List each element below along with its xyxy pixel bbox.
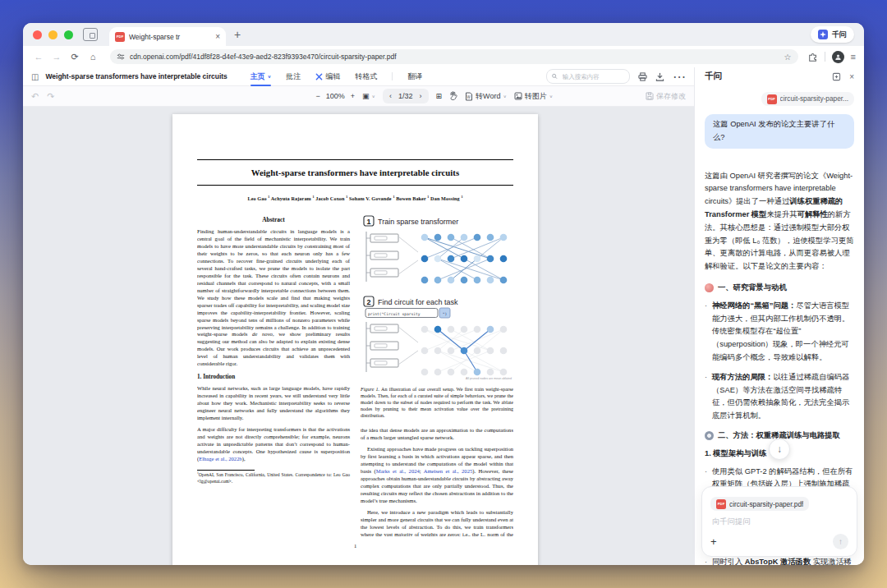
qianwen-logo-icon (818, 30, 828, 39)
maximize-window-button[interactable] (64, 30, 73, 39)
profile-avatar[interactable] (832, 51, 844, 63)
svg-text:W: W (467, 95, 471, 99)
download-icon[interactable] (655, 72, 664, 81)
tab-convert[interactable]: 转格式 (355, 68, 377, 85)
chevron-down-icon: ∨ (372, 94, 375, 99)
abstract-heading: Abstract (197, 216, 350, 224)
qianwen-extension-badge[interactable]: 千问 (811, 26, 854, 43)
qianwen-badge-label: 千问 (832, 30, 847, 40)
zoom-out-button[interactable]: − (316, 92, 320, 100)
tab-title: Weight-sparse tr (129, 33, 211, 41)
send-button[interactable]: ↑ (833, 534, 848, 549)
attached-file-chip[interactable]: PDF circuit-sparsity-paper.pdf (710, 497, 809, 511)
back-icon[interactable]: ← (31, 49, 46, 64)
new-tab-button[interactable]: + (234, 28, 241, 41)
search-input[interactable] (561, 72, 624, 81)
title-rule-bottom (197, 185, 513, 186)
chat-input-card[interactable]: PDF circuit-sparsity-paper.pdf + ↑ (701, 486, 857, 557)
page-indicator[interactable]: 1/32 (398, 92, 413, 100)
tab-strip: PDF Weight-sparse tr × + 千问 (23, 23, 864, 46)
tab-translate[interactable]: 翻译 (407, 68, 422, 85)
more-options-icon[interactable]: ⋯ (673, 69, 686, 85)
tab-home[interactable]: 主页∨ (250, 68, 271, 85)
thumbnail-grid-icon[interactable]: ⊞ (436, 92, 443, 100)
close-icon[interactable]: × (849, 72, 854, 81)
hand-tool-icon[interactable] (449, 91, 457, 102)
tab-annotate[interactable]: 批注 (286, 68, 301, 85)
list-item: ·同时引入 AbsTopK 激活函数 实现激活稀疏化（约 25% 非零激活）。 (705, 556, 854, 565)
home-icon[interactable]: ⌂ (85, 49, 100, 64)
tab-overview-icon[interactable] (83, 28, 98, 41)
undo-icon[interactable]: ↶ (31, 91, 39, 102)
paper-authors: Leo Gao 1 Achyuta Rajaram 1 Jacob Coxon … (197, 195, 513, 201)
search-box[interactable] (546, 69, 630, 84)
close-window-button[interactable] (33, 30, 42, 39)
attached-file-chip[interactable]: PDF circuit-sparsity-paper... (761, 92, 854, 106)
document-title: Weight-sparse transformers have interpre… (45, 72, 227, 80)
divider (392, 72, 393, 80)
pdf-file-icon: PDF (716, 499, 726, 509)
footnote-rule (197, 470, 255, 471)
brain-emoji-icon (705, 283, 714, 292)
chevron-down-icon: ∨ (549, 94, 553, 99)
figure-note: All pruned nodes are mean ablated (466, 377, 512, 380)
convert-to-image-button[interactable]: 转图片∨ (514, 91, 553, 102)
extensions-puzzle-icon[interactable] (808, 52, 818, 62)
bookmark-star-icon[interactable]: ☆ (784, 53, 792, 62)
section-heading: 一、研究背景与动机 (705, 282, 854, 295)
sidebar-toggle-icon[interactable]: ◫ (31, 72, 39, 81)
figure-code-text: print("Circuit sparsity (368, 312, 421, 316)
reload-icon[interactable]: ⟳ (67, 49, 82, 64)
assistant-paragraph: 这篇由 OpenAI 研究者撰写的论文《Weight-sparse transf… (705, 170, 854, 273)
pdf-page: Weight-sparse transformers have interpre… (172, 114, 538, 565)
introduction-heading: 1. Introduction (197, 374, 350, 382)
menu-icon[interactable]: ≡ (851, 52, 856, 62)
figure-1-illustration: 1 Train sparse transformer 2 Find circui… (361, 214, 513, 380)
pdf-file-icon: PDF (767, 94, 777, 104)
page-fit-button[interactable]: ▣∨ (362, 92, 375, 100)
svg-text:Find circuit for each task: Find circuit for each task (378, 298, 458, 306)
prev-page-icon[interactable]: ‹ (389, 92, 392, 100)
chevron-down-icon: ∨ (268, 74, 271, 79)
add-attachment-button[interactable]: + (710, 535, 717, 548)
page-navigator: ‹ 1/32 › (383, 89, 429, 103)
scroll-down-button[interactable]: ↓ (769, 439, 790, 460)
svg-text:Train sparse transformer: Train sparse transformer (378, 218, 458, 226)
pdf-tab-group: 主页∨ 批注 编辑 转格式 翻译 (250, 68, 422, 85)
address-field[interactable]: cdn.openai.com/pdf/41df8f28-d4ef-43e9-ae… (110, 49, 798, 64)
site-settings-icon[interactable] (117, 53, 125, 61)
gear-emoji-icon (705, 431, 714, 440)
qianwen-sidebar: 千问 × PDF circuit-sparsity-paper... 这篇 Op… (694, 67, 864, 565)
save-changes-button[interactable]: 保存修改 (646, 91, 686, 102)
zoom-in-button[interactable]: + (351, 92, 355, 100)
zoom-level[interactable]: 100% (326, 92, 345, 100)
list-item: ·现有方法的局限：以往通过稀疏自编码器（SAE）等方法在激活空间寻找稀疏特征，但… (705, 371, 854, 423)
pdf-viewer[interactable]: Weight-sparse transformers have interpre… (23, 107, 694, 565)
tab-close-icon[interactable]: × (215, 33, 220, 41)
figure-caption: Figure 1. An illustration of our overall… (361, 386, 513, 419)
intro-paragraph: A major difficulty for interpreting tran… (197, 426, 350, 463)
chat-input[interactable] (710, 517, 852, 526)
edit-pen-icon (315, 73, 323, 80)
browser-tab[interactable]: PDF Weight-sparse tr × (109, 27, 226, 46)
word-doc-icon: W (465, 92, 473, 101)
next-page-icon[interactable]: › (420, 92, 422, 100)
print-icon[interactable] (638, 72, 647, 81)
open-in-window-icon[interactable] (832, 72, 841, 81)
body-paragraph: Existing approaches have made progress o… (361, 446, 513, 505)
sidebar-title: 千问 (705, 71, 722, 82)
svg-text:"): ") (443, 312, 448, 316)
convert-to-word-button[interactable]: W 转Word∨ (465, 91, 507, 102)
redo-icon[interactable]: ↷ (47, 91, 54, 102)
body-paragraph: the idea that dense models are an approx… (361, 427, 513, 442)
image-icon (514, 92, 522, 100)
traffic-lights (33, 30, 73, 39)
chrome-actions: ≡ (808, 51, 856, 63)
minimize-window-button[interactable] (48, 30, 57, 39)
body-paragraph: Here, we introduce a new paradigm which … (361, 509, 513, 536)
divider (825, 52, 825, 62)
tab-edit[interactable]: 编辑 (315, 68, 340, 85)
intro-paragraph: While neural networks, such as large lan… (197, 385, 350, 422)
forward-icon[interactable]: → (49, 49, 64, 64)
paper-title: Weight-sparse transformers have interpre… (197, 168, 513, 177)
